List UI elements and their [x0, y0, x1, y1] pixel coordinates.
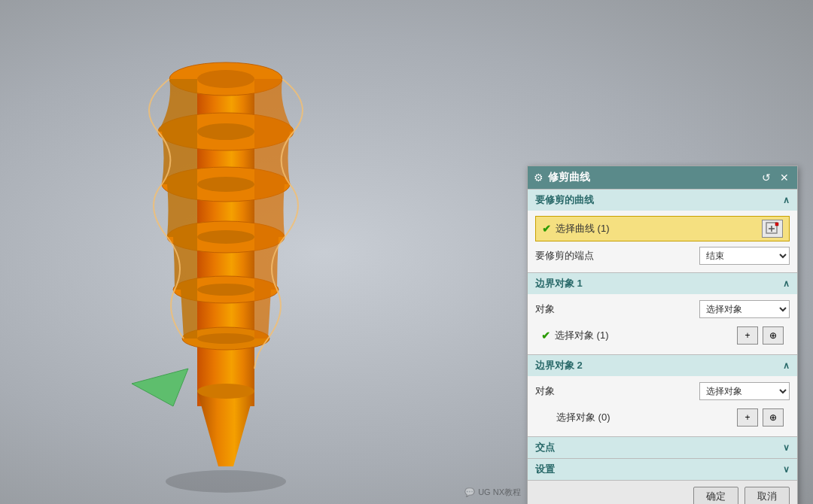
boundary1-object-select[interactable]: 选择对象 — [699, 300, 790, 318]
select-curve-row[interactable]: ✔ 选择曲线 (1) — [535, 216, 790, 241]
boundary2-select-row[interactable]: 选择对象 (0) + ⊕ — [535, 405, 790, 430]
dialog-titlebar: ⚙ 修剪曲线 ↺ ✕ — [528, 166, 797, 189]
svg-point-10 — [197, 177, 254, 192]
svg-point-6 — [197, 70, 254, 88]
boundary2-object-label: 对象 — [535, 384, 695, 398]
tool-icon — [766, 222, 779, 235]
watermark-text: UG NX教程 — [478, 487, 521, 498]
section-boundary2-header[interactable]: 边界对象 2 ∧ — [528, 354, 797, 376]
endpoint-label: 要修剪的端点 — [535, 249, 695, 263]
boundary1-object-row: 对象 选择对象 — [535, 297, 790, 321]
dialog-footer: 确定 取消 — [528, 480, 797, 504]
section-intersection-chevron: ∨ — [783, 442, 790, 453]
boundary1-select-label: 选择对象 (1) — [555, 329, 732, 342]
section-trim-curve-chevron: ∧ — [783, 195, 790, 205]
select-curve-tool-btn[interactable] — [762, 220, 783, 238]
boundary1-check-icon: ✔ — [541, 329, 550, 342]
section-trim-curve-label: 要修剪的曲线 — [535, 193, 594, 207]
section-boundary1-label: 边界对象 1 — [535, 277, 583, 290]
section-boundary1-content: 对象 选择对象 ✔ 选择对象 (1) + ⊕ — [528, 294, 797, 354]
check-icon: ✔ — [542, 223, 551, 235]
svg-point-12 — [197, 230, 254, 244]
svg-marker-17 — [132, 369, 188, 406]
boundary2-add-btn[interactable]: + — [737, 408, 758, 427]
svg-point-8 — [197, 123, 254, 140]
section-boundary2-content: 对象 选择对象 选择对象 (0) + ⊕ — [528, 376, 797, 436]
section-boundary1-chevron: ∧ — [783, 278, 790, 289]
boundary1-crosshair-btn[interactable]: ⊕ — [763, 326, 784, 345]
endpoint-row: 要修剪的端点 结束 开始 — [535, 244, 790, 268]
reset-button[interactable]: ↺ — [760, 171, 773, 184]
confirm-button[interactable]: 确定 — [693, 487, 738, 504]
section-trim-curve-header[interactable]: 要修剪的曲线 ∧ — [528, 189, 797, 211]
svg-point-16 — [197, 333, 254, 344]
svg-point-14 — [197, 284, 254, 296]
gear-icon: ⚙ — [534, 172, 544, 184]
section-settings-label: 设置 — [535, 463, 555, 476]
boundary1-object-label: 对象 — [535, 302, 695, 316]
section-trim-curve-content: ✔ 选择曲线 (1) 要修剪的端点 结束 开始 — [528, 211, 797, 272]
dialog-title: 修剪曲线 — [548, 171, 760, 184]
section-settings-chevron: ∨ — [783, 464, 790, 475]
svg-marker-3 — [197, 391, 254, 466]
close-button[interactable]: ✕ — [778, 171, 791, 184]
section-settings-header[interactable]: 设置 ∨ — [528, 458, 797, 480]
section-boundary2-chevron: ∧ — [783, 360, 790, 371]
boundary2-object-row: 对象 选择对象 — [535, 379, 790, 403]
boundary2-select-label: 选择对象 (0) — [541, 411, 732, 424]
boundary1-add-btn[interactable]: + — [737, 326, 758, 345]
section-intersection-label: 交点 — [535, 441, 555, 454]
svg-point-19 — [166, 470, 286, 493]
boundary2-object-select[interactable]: 选择对象 — [699, 382, 790, 400]
svg-point-4 — [197, 384, 254, 399]
section-boundary1-header[interactable]: 边界对象 1 ∧ — [528, 272, 797, 294]
select-curve-label: 选择曲线 (1) — [556, 222, 757, 235]
endpoint-select[interactable]: 结束 开始 — [699, 247, 790, 265]
section-intersection-header[interactable]: 交点 ∨ — [528, 436, 797, 458]
section-boundary2-label: 边界对象 2 — [535, 359, 583, 372]
watermark: 💬 UG NX教程 — [464, 487, 521, 498]
cancel-button[interactable]: 取消 — [744, 487, 790, 504]
screw-model — [0, 0, 497, 504]
boundary1-select-row[interactable]: ✔ 选择对象 (1) + ⊕ — [535, 323, 790, 348]
svg-rect-21 — [775, 223, 778, 226]
boundary2-crosshair-btn[interactable]: ⊕ — [763, 408, 784, 427]
wechat-icon: 💬 — [464, 487, 475, 497]
trim-curve-dialog: ⚙ 修剪曲线 ↺ ✕ 要修剪的曲线 ∧ ✔ 选择曲线 (1) — [527, 165, 798, 504]
